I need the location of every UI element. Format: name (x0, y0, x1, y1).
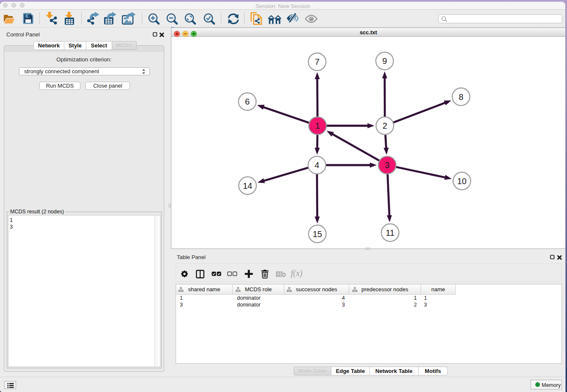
svg-text:10: 10 (457, 177, 466, 186)
svg-text:6: 6 (245, 97, 250, 106)
svg-text:8: 8 (459, 92, 463, 102)
svg-text:1: 1 (315, 121, 320, 130)
svg-text:4: 4 (314, 160, 319, 170)
svg-text:9: 9 (382, 56, 387, 66)
svg-text:15: 15 (313, 229, 322, 239)
svg-text:3: 3 (385, 160, 389, 170)
svg-text:14: 14 (243, 181, 252, 190)
svg-text:2: 2 (383, 121, 387, 130)
svg-text:7: 7 (315, 57, 319, 66)
svg-text:11: 11 (386, 228, 395, 237)
